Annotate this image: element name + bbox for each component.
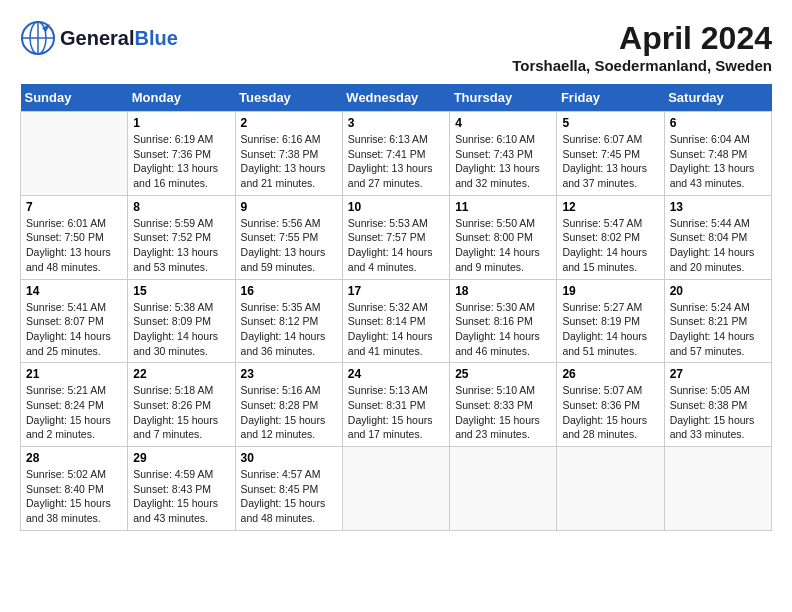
day-number: 14	[26, 284, 122, 298]
table-row: 29Sunrise: 4:59 AMSunset: 8:43 PMDayligh…	[128, 447, 235, 531]
day-info: Sunrise: 5:59 AMSunset: 7:52 PMDaylight:…	[133, 216, 229, 275]
day-info: Sunrise: 5:10 AMSunset: 8:33 PMDaylight:…	[455, 383, 551, 442]
table-row: 14Sunrise: 5:41 AMSunset: 8:07 PMDayligh…	[21, 279, 128, 363]
day-info: Sunrise: 4:59 AMSunset: 8:43 PMDaylight:…	[133, 467, 229, 526]
logo-general: General	[60, 27, 134, 49]
calendar-week-row: 21Sunrise: 5:21 AMSunset: 8:24 PMDayligh…	[21, 363, 772, 447]
table-row: 11Sunrise: 5:50 AMSunset: 8:00 PMDayligh…	[450, 195, 557, 279]
header-saturday: Saturday	[664, 84, 771, 112]
day-number: 29	[133, 451, 229, 465]
table-row: 3Sunrise: 6:13 AMSunset: 7:41 PMDaylight…	[342, 112, 449, 196]
title-section: April 2024 Torshaella, Soedermanland, Sw…	[512, 20, 772, 74]
logo: GeneralBlue	[20, 20, 178, 56]
day-number: 10	[348, 200, 444, 214]
table-row: 13Sunrise: 5:44 AMSunset: 8:04 PMDayligh…	[664, 195, 771, 279]
day-number: 5	[562, 116, 658, 130]
day-info: Sunrise: 5:50 AMSunset: 8:00 PMDaylight:…	[455, 216, 551, 275]
day-info: Sunrise: 5:16 AMSunset: 8:28 PMDaylight:…	[241, 383, 337, 442]
table-row: 1Sunrise: 6:19 AMSunset: 7:36 PMDaylight…	[128, 112, 235, 196]
table-row: 20Sunrise: 5:24 AMSunset: 8:21 PMDayligh…	[664, 279, 771, 363]
table-row	[557, 447, 664, 531]
day-info: Sunrise: 5:02 AMSunset: 8:40 PMDaylight:…	[26, 467, 122, 526]
day-number: 26	[562, 367, 658, 381]
day-number: 1	[133, 116, 229, 130]
day-info: Sunrise: 4:57 AMSunset: 8:45 PMDaylight:…	[241, 467, 337, 526]
table-row: 10Sunrise: 5:53 AMSunset: 7:57 PMDayligh…	[342, 195, 449, 279]
calendar-week-row: 14Sunrise: 5:41 AMSunset: 8:07 PMDayligh…	[21, 279, 772, 363]
calendar-week-row: 7Sunrise: 6:01 AMSunset: 7:50 PMDaylight…	[21, 195, 772, 279]
day-info: Sunrise: 5:13 AMSunset: 8:31 PMDaylight:…	[348, 383, 444, 442]
table-row: 19Sunrise: 5:27 AMSunset: 8:19 PMDayligh…	[557, 279, 664, 363]
table-row: 30Sunrise: 4:57 AMSunset: 8:45 PMDayligh…	[235, 447, 342, 531]
day-number: 27	[670, 367, 766, 381]
day-number: 18	[455, 284, 551, 298]
table-row: 15Sunrise: 5:38 AMSunset: 8:09 PMDayligh…	[128, 279, 235, 363]
table-row	[342, 447, 449, 531]
header-sunday: Sunday	[21, 84, 128, 112]
day-info: Sunrise: 6:01 AMSunset: 7:50 PMDaylight:…	[26, 216, 122, 275]
calendar-table: Sunday Monday Tuesday Wednesday Thursday…	[20, 84, 772, 531]
day-info: Sunrise: 6:16 AMSunset: 7:38 PMDaylight:…	[241, 132, 337, 191]
table-row: 12Sunrise: 5:47 AMSunset: 8:02 PMDayligh…	[557, 195, 664, 279]
day-number: 23	[241, 367, 337, 381]
logo-blue: Blue	[134, 27, 177, 49]
header-tuesday: Tuesday	[235, 84, 342, 112]
table-row: 25Sunrise: 5:10 AMSunset: 8:33 PMDayligh…	[450, 363, 557, 447]
table-row: 17Sunrise: 5:32 AMSunset: 8:14 PMDayligh…	[342, 279, 449, 363]
day-info: Sunrise: 5:32 AMSunset: 8:14 PMDaylight:…	[348, 300, 444, 359]
day-number: 7	[26, 200, 122, 214]
table-row	[664, 447, 771, 531]
table-row: 28Sunrise: 5:02 AMSunset: 8:40 PMDayligh…	[21, 447, 128, 531]
month-title: April 2024	[512, 20, 772, 57]
day-number: 6	[670, 116, 766, 130]
table-row: 22Sunrise: 5:18 AMSunset: 8:26 PMDayligh…	[128, 363, 235, 447]
table-row	[21, 112, 128, 196]
day-info: Sunrise: 6:13 AMSunset: 7:41 PMDaylight:…	[348, 132, 444, 191]
header-monday: Monday	[128, 84, 235, 112]
calendar-week-row: 1Sunrise: 6:19 AMSunset: 7:36 PMDaylight…	[21, 112, 772, 196]
table-row: 6Sunrise: 6:04 AMSunset: 7:48 PMDaylight…	[664, 112, 771, 196]
day-info: Sunrise: 5:05 AMSunset: 8:38 PMDaylight:…	[670, 383, 766, 442]
day-number: 16	[241, 284, 337, 298]
day-info: Sunrise: 5:35 AMSunset: 8:12 PMDaylight:…	[241, 300, 337, 359]
table-row: 26Sunrise: 5:07 AMSunset: 8:36 PMDayligh…	[557, 363, 664, 447]
weekday-header-row: Sunday Monday Tuesday Wednesday Thursday…	[21, 84, 772, 112]
day-info: Sunrise: 5:07 AMSunset: 8:36 PMDaylight:…	[562, 383, 658, 442]
day-number: 9	[241, 200, 337, 214]
day-number: 11	[455, 200, 551, 214]
table-row: 24Sunrise: 5:13 AMSunset: 8:31 PMDayligh…	[342, 363, 449, 447]
day-number: 25	[455, 367, 551, 381]
day-number: 4	[455, 116, 551, 130]
day-number: 15	[133, 284, 229, 298]
day-info: Sunrise: 6:04 AMSunset: 7:48 PMDaylight:…	[670, 132, 766, 191]
table-row: 9Sunrise: 5:56 AMSunset: 7:55 PMDaylight…	[235, 195, 342, 279]
day-number: 8	[133, 200, 229, 214]
header-friday: Friday	[557, 84, 664, 112]
day-number: 12	[562, 200, 658, 214]
day-number: 22	[133, 367, 229, 381]
table-row: 16Sunrise: 5:35 AMSunset: 8:12 PMDayligh…	[235, 279, 342, 363]
day-info: Sunrise: 5:27 AMSunset: 8:19 PMDaylight:…	[562, 300, 658, 359]
day-info: Sunrise: 5:47 AMSunset: 8:02 PMDaylight:…	[562, 216, 658, 275]
table-row: 5Sunrise: 6:07 AMSunset: 7:45 PMDaylight…	[557, 112, 664, 196]
day-info: Sunrise: 5:44 AMSunset: 8:04 PMDaylight:…	[670, 216, 766, 275]
location-title: Torshaella, Soedermanland, Sweden	[512, 57, 772, 74]
header-thursday: Thursday	[450, 84, 557, 112]
day-info: Sunrise: 6:07 AMSunset: 7:45 PMDaylight:…	[562, 132, 658, 191]
day-info: Sunrise: 5:41 AMSunset: 8:07 PMDaylight:…	[26, 300, 122, 359]
table-row: 23Sunrise: 5:16 AMSunset: 8:28 PMDayligh…	[235, 363, 342, 447]
table-row: 21Sunrise: 5:21 AMSunset: 8:24 PMDayligh…	[21, 363, 128, 447]
table-row: 7Sunrise: 6:01 AMSunset: 7:50 PMDaylight…	[21, 195, 128, 279]
day-info: Sunrise: 5:53 AMSunset: 7:57 PMDaylight:…	[348, 216, 444, 275]
day-number: 30	[241, 451, 337, 465]
table-row	[450, 447, 557, 531]
day-number: 17	[348, 284, 444, 298]
day-info: Sunrise: 5:21 AMSunset: 8:24 PMDaylight:…	[26, 383, 122, 442]
table-row: 2Sunrise: 6:16 AMSunset: 7:38 PMDaylight…	[235, 112, 342, 196]
day-info: Sunrise: 6:19 AMSunset: 7:36 PMDaylight:…	[133, 132, 229, 191]
day-number: 2	[241, 116, 337, 130]
day-number: 3	[348, 116, 444, 130]
day-info: Sunrise: 6:10 AMSunset: 7:43 PMDaylight:…	[455, 132, 551, 191]
table-row: 8Sunrise: 5:59 AMSunset: 7:52 PMDaylight…	[128, 195, 235, 279]
day-info: Sunrise: 5:38 AMSunset: 8:09 PMDaylight:…	[133, 300, 229, 359]
